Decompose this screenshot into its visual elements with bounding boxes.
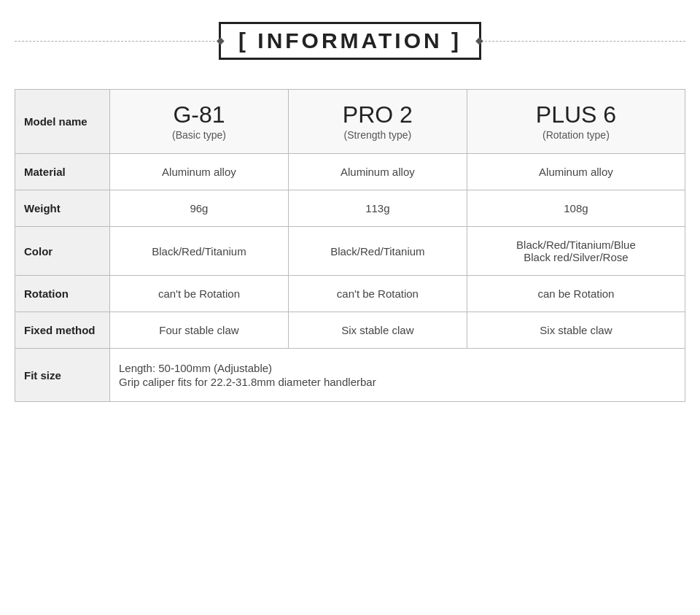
weight-pro2: 113g <box>288 190 467 227</box>
model-g81-subtype: (Basic type) <box>172 129 226 141</box>
fit-size-value: Length: 50-100mm (Adjustable) Grip calip… <box>110 349 685 402</box>
material-plus6: Aluminum alloy <box>467 154 685 190</box>
color-plus6: Black/Red/Titanium/Blue Black red/Silver… <box>467 227 685 276</box>
model-plus6-header: PLUS 6 (Rotation type) <box>467 90 685 154</box>
table-header-row: Model name G-81 (Basic type) PRO 2 (Stre… <box>15 90 685 154</box>
model-pro2-name: PRO 2 <box>298 101 458 128</box>
header-line-left <box>15 41 219 42</box>
weight-label: Weight <box>15 190 110 227</box>
model-pro2-header: PRO 2 (Strength type) <box>288 90 467 154</box>
color-g81: Black/Red/Titanium <box>110 227 289 276</box>
weight-g81: 96g <box>110 190 289 227</box>
header-section: [ INFORMATION ] <box>15 22 685 60</box>
table-row-rotation: Rotation can't be Rotation can't be Rota… <box>15 276 685 312</box>
fit-size-label: Fit size <box>15 349 110 402</box>
fixed-method-label: Fixed method <box>15 312 110 349</box>
fit-size-line2: Grip caliper fits for 22.2-31.8mm diamet… <box>119 376 676 388</box>
fixed-method-plus6: Six stable claw <box>467 312 685 349</box>
rotation-pro2: can't be Rotation <box>288 276 467 312</box>
model-pro2-subtype: (Strength type) <box>344 129 412 141</box>
table-row-fixed-method: Fixed method Four stable claw Six stable… <box>15 312 685 349</box>
rotation-label: Rotation <box>15 276 110 312</box>
table-row-fit-size: Fit size Length: 50-100mm (Adjustable) G… <box>15 349 685 402</box>
rotation-plus6: can be Rotation <box>467 276 685 312</box>
fit-size-line1: Length: 50-100mm (Adjustable) <box>119 362 676 374</box>
model-plus6-name: PLUS 6 <box>476 101 676 128</box>
model-plus6-subtype: (Rotation type) <box>542 129 610 141</box>
fixed-method-g81: Four stable claw <box>110 312 289 349</box>
material-label: Material <box>15 154 110 190</box>
material-pro2: Aluminum alloy <box>288 154 467 190</box>
model-g81-name: G-81 <box>119 101 279 128</box>
rotation-g81: can't be Rotation <box>110 276 289 312</box>
color-pro2: Black/Red/Titanium <box>288 227 467 276</box>
page-wrapper: [ INFORMATION ] Model name G-81 (Basic t… <box>0 0 700 431</box>
page-title: [ INFORMATION ] <box>219 22 481 60</box>
header-line-right <box>481 41 685 42</box>
table-row-material: Material Aluminum alloy Aluminum alloy A… <box>15 154 685 190</box>
model-g81-header: G-81 (Basic type) <box>110 90 289 154</box>
model-name-label: Model name <box>15 90 110 154</box>
table-row-weight: Weight 96g 113g 108g <box>15 190 685 227</box>
info-table: Model name G-81 (Basic type) PRO 2 (Stre… <box>15 89 685 402</box>
color-label: Color <box>15 227 110 276</box>
material-g81: Aluminum alloy <box>110 154 289 190</box>
table-row-color: Color Black/Red/Titanium Black/Red/Titan… <box>15 227 685 276</box>
fixed-method-pro2: Six stable claw <box>288 312 467 349</box>
weight-plus6: 108g <box>467 190 685 227</box>
